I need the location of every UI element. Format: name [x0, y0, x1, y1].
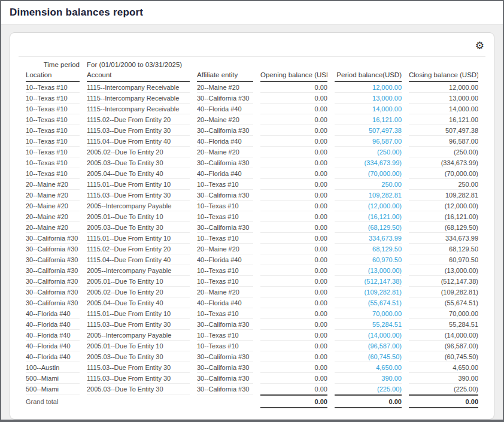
period-balance-link[interactable]: 109,282.81 [369, 192, 402, 199]
period-balance-link[interactable]: (14,000.00) [368, 332, 402, 339]
account-cell: 1115.04--Due From Entity 40 [87, 136, 190, 147]
table-row: 10--Texas #10 1115--Intercompany Receiva… [26, 82, 478, 93]
opening-balance-cell: 0.00 [260, 125, 327, 136]
affiliate-entity-cell: 10--Texas #10 [197, 211, 253, 222]
affiliate-entity-cell: 20--Maine #20 [197, 147, 253, 157]
location-cell: 100--Austin [26, 362, 80, 373]
closing-balance-cell: 334,673.99 [409, 233, 478, 244]
closing-balance-cell: 507,497.38 [409, 125, 478, 136]
period-balance-cell: 68,129.50 [335, 244, 402, 254]
period-balance-cell: 60,970.50 [335, 254, 402, 265]
affiliate-entity-cell: 20--Maine #20 [197, 114, 253, 125]
period-balance-link[interactable]: (68,129.50) [368, 224, 402, 231]
location-cell: 30--California #30 [26, 276, 80, 287]
table-row: 10--Texas #10 1115--Intercompany Receiva… [26, 93, 478, 104]
period-balance-link[interactable]: (12,000.00) [368, 202, 402, 210]
period-balance-link[interactable]: 390.00 [381, 375, 402, 382]
account-cell: 2005.01--Due To Entity 10 [87, 341, 190, 351]
opening-balance-cell: 0.00 [260, 276, 327, 287]
period-balance-link[interactable]: 4,650.00 [376, 364, 402, 371]
period-balance-link[interactable]: (13,000.00) [368, 267, 402, 274]
account-cell: 2005.02--Due To Entity 20 [87, 147, 190, 157]
opening-balance-cell: 0.00 [260, 287, 327, 297]
table-row: 10--Texas #10 2005.03--Due To Entity 30 … [26, 157, 478, 168]
affiliate-entity-cell: 30--California #30 [197, 373, 253, 384]
period-balance-link[interactable]: 14,000.00 [372, 105, 402, 113]
period-balance-link[interactable]: (225.00) [377, 385, 402, 393]
affiliate-entity-cell: 10--Texas #10 [197, 341, 253, 351]
period-balance-link[interactable]: (70,000.00) [368, 170, 402, 177]
closing-balance-cell: (14,000.00) [409, 330, 478, 341]
affiliate-entity-cell: 10--Texas #10 [197, 233, 253, 244]
card-toolbar: ⚙ [19, 38, 485, 57]
location-cell: 30--California #30 [26, 297, 80, 308]
period-balance-link[interactable]: (334,673.99) [365, 159, 402, 166]
time-period-label: Time period [26, 59, 80, 69]
period-balance-link[interactable]: 334,673.99 [369, 235, 402, 242]
period-balance-cell: 334,673.99 [335, 233, 402, 244]
period-balance-cell: (16,121.00) [335, 211, 402, 222]
location-cell: 10--Texas #10 [26, 114, 80, 125]
closing-balance-cell: (512,147.38) [409, 276, 478, 287]
table-row: 500--Miami 1115.03--Due From Entity 30 3… [26, 373, 478, 384]
period-balance-cell: (250.00) [335, 147, 402, 157]
affiliate-entity-cell: 30--California #30 [197, 93, 253, 104]
closing-balance-cell: (12,000.00) [409, 201, 478, 211]
period-balance-cell: (70,000.00) [335, 168, 402, 179]
closing-balance-cell: 96,587.00 [409, 136, 478, 147]
period-balance-link[interactable]: 16,121.00 [372, 116, 402, 123]
account-cell: 1115.03--Due From Entity 30 [87, 125, 190, 136]
location-cell: 30--California #30 [26, 265, 80, 276]
period-balance-link[interactable]: (16,121.00) [368, 213, 402, 220]
opening-balance-cell: 0.00 [260, 147, 327, 157]
table-row: 30--California #30 1115.04--Due From Ent… [26, 254, 478, 265]
grand-total-period: 0.00 [335, 394, 402, 408]
column-header-location: Location [26, 69, 80, 82]
closing-balance-cell: 13,000.00 [409, 93, 478, 104]
closing-balance-cell: (68,129.50) [409, 222, 478, 233]
location-cell: 30--California #30 [26, 233, 80, 244]
report-card: ⚙ Time period For (01/01/2000 to 03/31/2… [10, 32, 494, 420]
account-cell: 1115.03--Due From Entity 30 [87, 362, 190, 373]
period-balance-link[interactable]: 70,000.00 [372, 310, 402, 317]
time-period-row: Time period For (01/01/2000 to 03/31/202… [26, 59, 478, 69]
period-balance-cell: 4,650.00 [335, 362, 402, 373]
affiliate-entity-cell: 30--California #30 [197, 362, 253, 373]
page-title: Dimension balances report [10, 7, 143, 18]
period-balance-link[interactable]: 55,284.51 [372, 321, 402, 328]
closing-balance-cell: 250.00 [409, 179, 478, 190]
period-balance-link[interactable]: 68,129.50 [372, 245, 402, 253]
period-balance-link[interactable]: 13,000.00 [372, 95, 402, 102]
table-row: 30--California #30 1115.01--Due From Ent… [26, 233, 478, 244]
settings-gear-icon[interactable]: ⚙ [475, 41, 484, 51]
period-balance-link[interactable]: (512,147.38) [365, 278, 402, 285]
period-balance-link[interactable]: (250.00) [377, 148, 402, 156]
table-row: 10--Texas #10 2005.04--Due To Entity 40 … [26, 168, 478, 179]
period-balance-link[interactable]: 96,587.00 [372, 138, 402, 145]
period-balance-cell: (512,147.38) [335, 276, 402, 287]
period-balance-link[interactable]: (96,587.00) [368, 342, 402, 350]
account-cell: 1115.02--Due From Entity 20 [87, 114, 190, 125]
opening-balance-cell: 0.00 [260, 265, 327, 276]
table-row: 10--Texas #10 1115.02--Due From Entity 2… [26, 114, 478, 125]
table-row: 10--Texas #10 2005.02--Due To Entity 20 … [26, 147, 478, 157]
closing-balance-cell: (96,587.00) [409, 341, 478, 351]
table-row: 20--Maine #20 2005.01--Due To Entity 10 … [26, 211, 478, 222]
period-balance-link[interactable]: (55,674.51) [368, 299, 402, 306]
table-row: 30--California #30 2005--Intercompany Pa… [26, 265, 478, 276]
opening-balance-cell: 0.00 [260, 82, 327, 93]
period-balance-link[interactable]: 60,970.50 [372, 256, 402, 263]
opening-balance-cell: 0.00 [260, 341, 327, 351]
affiliate-entity-cell: 30--California #30 [197, 384, 253, 394]
opening-balance-cell: 0.00 [260, 330, 327, 341]
period-balance-link[interactable]: 507,497.38 [369, 127, 402, 134]
period-balance-link[interactable]: (109,282.81) [365, 289, 402, 296]
period-balance-link[interactable]: 12,000.00 [372, 84, 402, 91]
period-balance-link[interactable]: 250.00 [381, 181, 402, 188]
period-balance-cell: (60,745.50) [335, 351, 402, 362]
location-cell: 10--Texas #10 [26, 147, 80, 157]
closing-balance-cell: (60,745.50) [409, 351, 478, 362]
report-window: Dimension balances report ⚙ Time period … [0, 0, 504, 422]
period-balance-link[interactable]: (60,745.50) [368, 353, 402, 360]
affiliate-entity-cell: 30--California #30 [197, 157, 253, 168]
